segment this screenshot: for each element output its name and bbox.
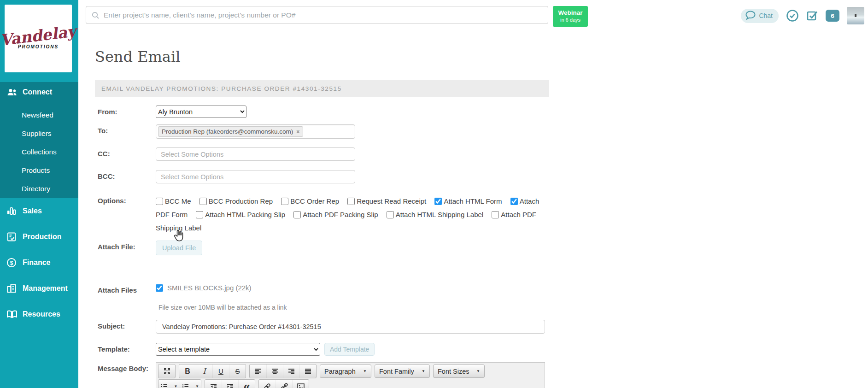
rich-text-editor: B I U S [156, 362, 545, 388]
editor-toolbar: B I U S [156, 363, 545, 388]
attach-file-label: Attach File: [98, 241, 156, 251]
bcc-label: BCC: [98, 170, 156, 180]
email-options: BCC Me BCC Production Rep BCC Order Rep … [156, 194, 545, 235]
top-icon-cluster: Chat 6 [741, 6, 864, 25]
people-icon [6, 87, 18, 97]
sidebar-item-directory[interactable]: Directory [0, 180, 78, 198]
chevron-down-icon: ▼ [476, 369, 480, 373]
top-bar: Webinar in 6 days Chat 6 [78, 0, 868, 31]
building-icon [6, 283, 18, 294]
chevron-down-icon: ▼ [422, 369, 425, 373]
check-circle-icon[interactable] [786, 9, 799, 22]
option-attach-pdf-packing-slip[interactable]: Attach PDF Packing Slip [293, 211, 378, 218]
sidebar-item-suppliers[interactable]: Suppliers [0, 124, 78, 143]
chat-label: Chat [759, 12, 773, 19]
option-bcc-order-rep[interactable]: BCC Order Rep [281, 197, 339, 205]
upload-file-button[interactable]: Upload File [156, 241, 202, 255]
svg-text:$: $ [10, 260, 13, 266]
recipient-tag-label: Production Rep (fakeorders@commonsku.com… [162, 128, 293, 135]
sidebar-item-label: Connect [23, 88, 52, 96]
sidebar-item-label: Finance [23, 259, 50, 267]
option-attach-html-shipping-label[interactable]: Attach HTML Shipping Label [387, 211, 483, 218]
search-input[interactable] [86, 6, 548, 24]
outdent-icon[interactable] [205, 380, 222, 388]
attached-file-name: SMILES BLOCKS.jpg (22k) [167, 284, 252, 292]
fullscreen-icon[interactable] [158, 364, 175, 378]
align-justify-icon[interactable] [299, 364, 316, 378]
align-left-icon[interactable] [250, 364, 266, 378]
message-body-label: Message Body: [98, 362, 156, 372]
company-logo[interactable]: Vandelay PROMOTIONS [5, 5, 72, 72]
send-email-form: From: Aly Brunton To: Production Rep (fa… [95, 106, 868, 388]
subject-input[interactable] [156, 320, 545, 334]
webinar-label: Webinar [558, 9, 582, 17]
cc-input[interactable] [156, 147, 355, 161]
notification-badge[interactable]: 6 [826, 10, 839, 22]
file-size-note: File size over 10MB will be attached as … [98, 304, 868, 311]
attached-file-item[interactable]: SMILES BLOCKS.jpg (22k) [156, 284, 252, 292]
to-input[interactable]: Production Rep (fakeorders@commonsku.com… [156, 124, 355, 139]
tasks-check-icon[interactable] [806, 10, 818, 22]
chat-button[interactable]: Chat [741, 9, 779, 23]
page-title: Send Email [95, 48, 868, 65]
option-bcc-me[interactable]: BCC Me [156, 197, 191, 205]
sidebar-item-management[interactable]: Management [0, 276, 78, 301]
sidebar-item-sales[interactable]: Sales [0, 198, 78, 224]
image-icon[interactable] [292, 380, 309, 388]
logo-text: Vandelay [0, 24, 77, 48]
blockquote-icon[interactable]: “ [238, 380, 255, 388]
link-icon[interactable] [259, 380, 276, 388]
from-label: From: [98, 106, 156, 116]
sidebar-item-newsfeed[interactable]: Newsfeed [0, 106, 78, 124]
sidebar-item-production[interactable]: Production [0, 224, 78, 250]
italic-icon[interactable]: I [196, 364, 212, 378]
indent-icon[interactable] [222, 380, 238, 388]
bcc-input[interactable] [156, 170, 355, 183]
main-area: Webinar in 6 days Chat 6 Send Email EMAI… [78, 0, 868, 388]
bar-chart-icon [6, 206, 18, 217]
bold-icon[interactable]: B [179, 364, 196, 378]
sidebar-item-label: Resources [23, 310, 60, 318]
sidebar-item-label: Management [23, 284, 68, 293]
font-family-select[interactable]: Font Family▼ [375, 364, 430, 378]
font-size-select[interactable]: Font Sizes▼ [433, 364, 485, 378]
bullet-list-icon[interactable]: ▼ [158, 380, 180, 388]
option-bcc-production-rep[interactable]: BCC Production Rep [199, 197, 273, 205]
align-right-icon[interactable] [283, 364, 299, 378]
template-select[interactable]: Select a template [156, 343, 320, 356]
strikethrough-icon[interactable]: S [229, 364, 246, 378]
paragraph-select[interactable]: Paragraph▼ [320, 364, 371, 378]
recipient-tag: Production Rep (fakeorders@commonsku.com… [158, 126, 303, 137]
unlink-icon[interactable] [276, 380, 292, 388]
sidebar-section-connect: Connect Newsfeed Suppliers Collections P… [0, 82, 78, 198]
webinar-button[interactable]: Webinar in 6 days [553, 6, 588, 27]
underline-icon[interactable]: U [212, 364, 229, 378]
cc-label: CC: [98, 147, 156, 158]
options-label: Options: [98, 194, 156, 205]
attach-files-label: Attach Files [98, 284, 156, 294]
sidebar: Vandelay PROMOTIONS Connect Newsfeed Sup… [0, 0, 78, 388]
chevron-down-icon: ▼ [195, 384, 199, 388]
avatar[interactable] [847, 7, 864, 24]
sidebar-item-finance[interactable]: $ Finance [0, 250, 78, 276]
dollar-circle-icon: $ [6, 257, 18, 268]
option-attach-html-form[interactable]: Attach HTML Form [434, 197, 502, 205]
sidebar-item-products[interactable]: Products [0, 161, 78, 180]
sidebar-item-connect[interactable]: Connect [0, 82, 78, 102]
page-content: Send Email EMAIL VANDELAY PROMOTIONS: PU… [78, 48, 868, 388]
email-section-header: EMAIL VANDELAY PROMOTIONS: PURCHASE ORDE… [95, 80, 549, 97]
option-attach-html-packing-slip[interactable]: Attach HTML Packing Slip [196, 211, 285, 218]
open-book-icon [6, 309, 18, 320]
option-request-read-receipt[interactable]: Request Read Receipt [347, 197, 426, 205]
remove-recipient-icon[interactable]: × [296, 129, 299, 135]
subject-label: Subject: [98, 320, 156, 330]
to-label: To: [98, 124, 156, 135]
sidebar-item-resources[interactable]: Resources [0, 301, 78, 327]
add-template-button[interactable]: Add Template [324, 343, 375, 356]
from-select[interactable]: Aly Brunton [156, 106, 246, 118]
sidebar-main-nav: Sales Production $ Finance Management Re… [0, 198, 78, 327]
align-center-icon[interactable] [266, 364, 283, 378]
numbered-list-icon[interactable]: ▼ [180, 380, 201, 388]
clipboard-check-icon [6, 231, 18, 242]
sidebar-item-collections[interactable]: Collections [0, 143, 78, 161]
